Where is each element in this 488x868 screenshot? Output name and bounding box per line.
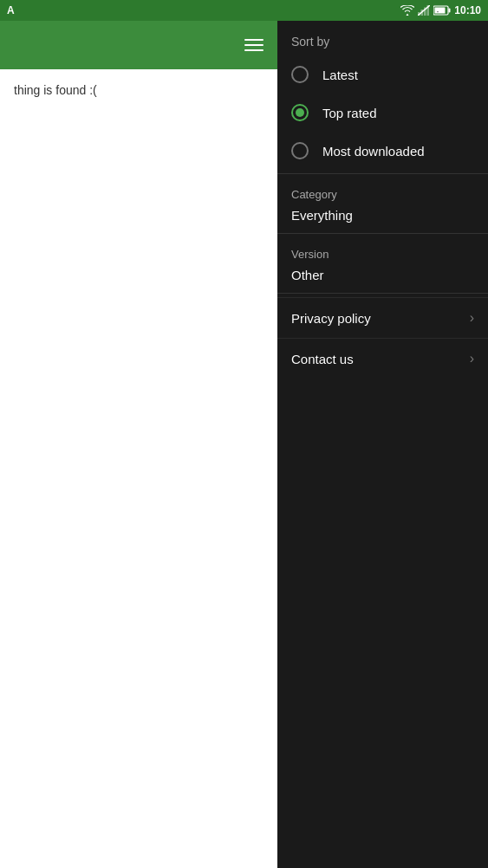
sort-most-downloaded-label: Most downloaded (322, 144, 425, 159)
radio-top-rated (291, 104, 309, 121)
status-bar: A · 10:10 (0, 0, 488, 21)
divider-3 (277, 293, 488, 294)
hamburger-line-3 (244, 49, 264, 51)
version-section: Version Other (277, 237, 488, 289)
privacy-policy-label: Privacy policy (291, 311, 371, 326)
divider-1 (277, 173, 488, 174)
radio-most-downloaded (291, 142, 309, 159)
version-value[interactable]: Other (291, 268, 474, 282)
contact-us-item[interactable]: Contact us › (277, 338, 488, 379)
divider-2 (277, 233, 488, 234)
privacy-policy-item[interactable]: Privacy policy › (277, 297, 488, 338)
category-value[interactable]: Everything (291, 208, 474, 223)
sort-most-downloaded[interactable]: Most downloaded (277, 132, 488, 170)
category-label: Category (291, 188, 474, 201)
sort-latest[interactable]: Latest (277, 55, 488, 94)
chevron-right-contact: › (470, 351, 474, 366)
main-panel: thing is found :( (0, 21, 277, 868)
svg-rect-6 (449, 9, 451, 13)
hamburger-line-2 (244, 44, 264, 46)
sort-top-rated-label: Top rated (322, 106, 377, 120)
chevron-right-privacy: › (470, 310, 474, 326)
sort-top-rated[interactable]: Top rated (277, 94, 488, 132)
toolbar (0, 21, 277, 69)
status-bar-left: A (7, 4, 15, 16)
category-section: Category Everything (277, 178, 488, 230)
sort-by-header: Sort by (277, 21, 488, 55)
empty-message: thing is found :( (14, 83, 97, 97)
version-label: Version (291, 248, 474, 261)
main-content: thing is found :( (0, 69, 277, 111)
status-bar-right: · 10:10 (400, 4, 481, 16)
radio-latest (291, 66, 309, 83)
radio-inner-dot (296, 108, 304, 117)
clock: 10:10 (454, 4, 481, 16)
hamburger-line-1 (244, 39, 264, 41)
sort-latest-label: Latest (322, 68, 358, 82)
battery-icon: · (433, 5, 451, 16)
svg-text:·: · (437, 9, 439, 15)
signal-icon (418, 5, 430, 16)
hamburger-menu-button[interactable] (244, 39, 264, 51)
side-drawer: Sort by Latest Top rated Most downloaded… (277, 21, 488, 868)
contact-us-label: Contact us (291, 352, 354, 366)
app-letter: A (7, 4, 15, 16)
wifi-icon (400, 5, 414, 16)
